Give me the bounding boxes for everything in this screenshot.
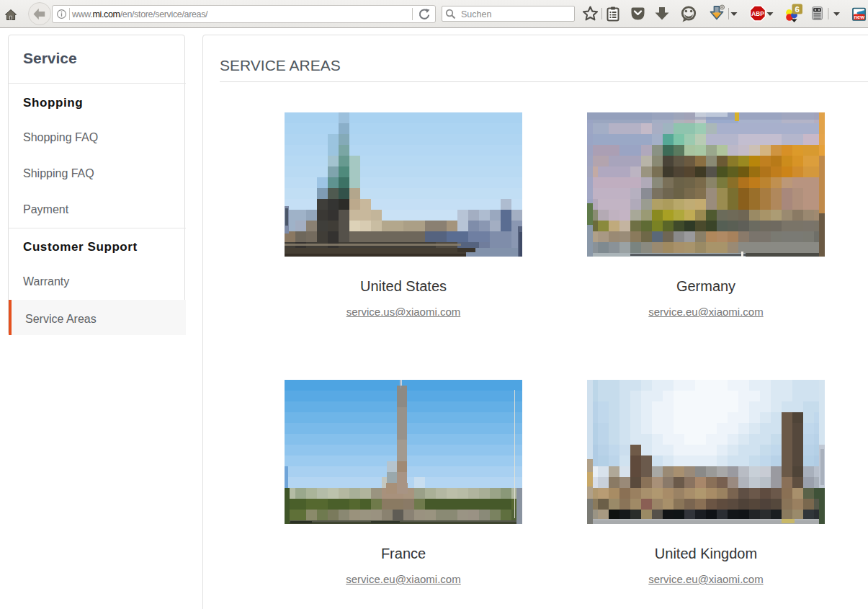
svg-text:ABP: ABP: [751, 11, 764, 17]
svg-text:new: new: [854, 14, 865, 20]
svg-text:6: 6: [795, 5, 799, 14]
